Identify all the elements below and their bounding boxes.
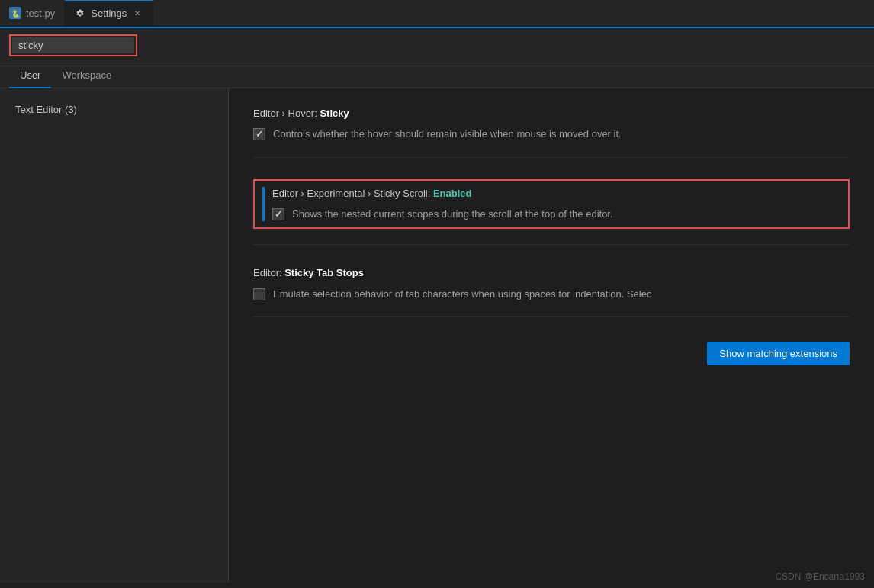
tab-test-py[interactable]: 🐍 test.py	[0, 0, 65, 26]
scope-tabs: User Workspace	[0, 63, 874, 88]
sidebar: Text Editor (3)	[0, 88, 229, 583]
setting-hover-sticky-checkbox[interactable]: ✓	[253, 128, 265, 140]
tab-test-py-label: test.py	[26, 8, 55, 19]
scope-tab-workspace[interactable]: Workspace	[51, 63, 122, 88]
scope-tab-user[interactable]: User	[9, 63, 51, 88]
button-row: Show matching extensions	[253, 342, 850, 365]
watermark: CSDN @Encarta1993	[775, 571, 865, 582]
svg-text:🐍: 🐍	[11, 9, 21, 18]
setting-experimental-checkbox[interactable]: ✓	[272, 208, 284, 220]
settings-content: Editor › Hover: Sticky ✓ Controls whethe…	[229, 88, 874, 583]
setting-sticky-tab-stops-title: Editor: Sticky Tab Stops	[253, 266, 850, 280]
search-area	[0, 27, 874, 63]
setting-sticky-tab-stops: Editor: Sticky Tab Stops Emulate selecti…	[253, 266, 850, 317]
setting-sticky-tab-stops-checkbox[interactable]	[253, 288, 265, 300]
scope-tab-workspace-label: Workspace	[62, 69, 111, 81]
setting-hover-sticky-description: Controls whether the hover should remain…	[273, 127, 622, 142]
sidebar-text-editor-label: Text Editor (3)	[15, 104, 77, 115]
setting-sticky-tab-stops-description: Emulate selection behavior of tab charac…	[273, 287, 651, 302]
highlight-box: Editor › Experimental › Sticky Scroll: E…	[253, 179, 850, 230]
setting-hover-sticky: Editor › Hover: Sticky ✓ Controls whethe…	[253, 107, 850, 158]
tab-settings-label: Settings	[91, 8, 127, 19]
tab-bar: 🐍 test.py Settings ✕	[0, 0, 874, 27]
setting-experimental-title: Editor › Experimental › Sticky Scroll: E…	[272, 187, 840, 201]
setting-experimental-sticky-scroll: Editor › Experimental › Sticky Scroll: E…	[253, 179, 850, 246]
setting-sticky-tab-stops-row: Emulate selection behavior of tab charac…	[253, 287, 850, 302]
search-input-wrapper	[12, 37, 134, 53]
search-input[interactable]	[18, 40, 128, 51]
setting-hover-sticky-row: ✓ Controls whether the hover should rema…	[253, 127, 850, 142]
setting-experimental-description: Shows the nested current scopes during t…	[292, 207, 613, 222]
settings-file-icon	[74, 8, 86, 20]
setting-experimental-row: ✓ Shows the nested current scopes during…	[272, 207, 840, 222]
python-icon: 🐍	[9, 7, 21, 19]
sidebar-text-editor[interactable]: Text Editor (3)	[0, 101, 228, 118]
experimental-blue-border: Editor › Experimental › Sticky Scroll: E…	[262, 187, 840, 222]
show-matching-extensions-button[interactable]: Show matching extensions	[707, 342, 850, 365]
setting-hover-sticky-title: Editor › Hover: Sticky	[253, 107, 850, 120]
scope-tab-user-label: User	[20, 69, 40, 81]
tab-settings-close[interactable]: ✕	[131, 8, 143, 20]
main-layout: Text Editor (3) Editor › Hover: Sticky ✓…	[0, 88, 874, 583]
tab-settings[interactable]: Settings ✕	[65, 0, 153, 26]
